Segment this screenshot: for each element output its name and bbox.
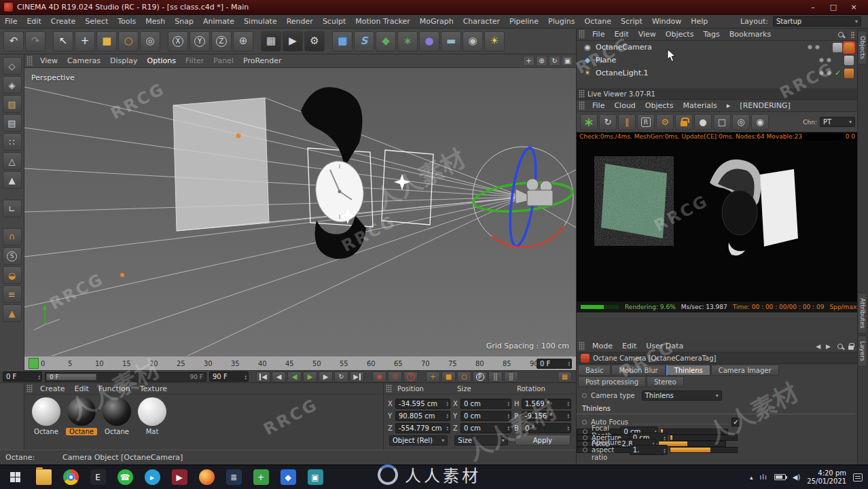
object-row[interactable]: ◆ Plane [577,54,858,67]
move-button[interactable]: + [75,31,95,52]
channel-dropdown[interactable]: PT▾ [820,117,855,127]
search-icon[interactable] [837,344,843,349]
position-field[interactable]: 90.805 cm ▴▾ [395,411,450,421]
maximize-button[interactable]: □ [823,1,844,14]
coordinate-mode-dropdown[interactable]: Object (Rel)▾ [389,435,448,446]
object-name[interactable]: OctaneLight.1 [596,69,648,77]
sep[interactable] [255,31,259,52]
size-field[interactable]: 0 cm ▴▾ [460,411,511,421]
snap-button[interactable]: ∪ [3,228,22,246]
chrome-icon[interactable] [57,465,84,489]
render-settings-button[interactable]: ⚙ [304,31,325,52]
menu-item[interactable]: Edit [22,17,46,26]
tray-chevron-icon[interactable]: ▴ [750,474,753,481]
menu-item[interactable]: MoGraph [415,17,458,26]
material-menu-item[interactable]: Create [35,384,70,393]
polygons-mode-button[interactable]: ▲ [3,171,22,189]
gap[interactable] [365,372,371,382]
menu-item[interactable]: Mesh [141,17,170,26]
play-reverse-button[interactable]: ◀ [287,372,302,382]
viewport-menu-item[interactable]: View [35,56,62,65]
octane-camera-tag-icon[interactable] [844,43,854,52]
history-forward-icon[interactable]: ▶ [823,343,833,350]
object-row[interactable]: ☀ OctaneLight.1 ✓ [577,67,858,79]
object-tag-icon[interactable] [844,56,854,65]
apply-button[interactable]: Apply [515,435,571,446]
size-field[interactable]: 0 cm ▴▾ [460,399,511,409]
object-manager-menu-item[interactable]: Objects [661,30,699,39]
object-tag-icon[interactable] [844,69,854,78]
deformer-button[interactable]: ● [419,31,439,52]
attribute-tab[interactable]: Thinlens [666,365,710,376]
menu-item[interactable]: Create [46,17,81,26]
make-editable-button[interactable]: ◇ [3,57,22,75]
panel-grip[interactable] [579,30,585,39]
panel-grip[interactable] [579,90,585,98]
play-forward-button[interactable]: ▶ [303,372,317,382]
object-manager-menu-item[interactable]: Bookmarks [725,30,776,39]
tray-clock[interactable]: 4:20 pm 25/01/2021 [807,469,846,486]
perspective-viewport[interactable]: ViewCamerasDisplayOptionsFilterPanelProR… [24,54,576,356]
rotation-field[interactable]: 0 ° ▴▾ [522,423,571,433]
render-visibility-dot[interactable] [827,71,831,75]
material-item[interactable]: Mat [134,397,170,435]
end-frame-field[interactable]: 90 F ▴▾ [209,372,249,382]
panel-grip[interactable] [26,384,33,393]
media-app-icon[interactable]: ▶ [166,465,193,489]
points-mode-button[interactable]: ∷ [3,133,22,151]
position-field[interactable]: -554.779 cm ▴▾ [395,423,450,433]
scale-button[interactable]: ■ [96,31,117,52]
menu-arrow-icon[interactable]: ▸ [722,101,736,110]
axis-mode-button[interactable]: ∟ [3,200,22,217]
attribute-tab[interactable]: Basic [578,365,611,376]
attribute-tab[interactable]: Motion Blur [611,365,665,376]
object-name[interactable]: Plane [596,56,616,65]
enable-check-icon[interactable]: ✓ [833,69,842,77]
editor-visibility-dot[interactable] [819,58,824,62]
camera-button[interactable]: ◉ [463,31,483,52]
object-manager-menu-item[interactable]: Edit [609,30,633,39]
render-visibility-dot[interactable] [827,58,831,62]
texture-picker-button[interactable]: □ [713,114,731,130]
menu-item[interactable]: Script [616,17,647,26]
octane-logo-icon[interactable]: ∗ [580,114,598,130]
sep[interactable] [326,31,331,52]
redo-button[interactable]: ↷ [25,31,46,52]
material-preview-sphere[interactable] [32,397,60,426]
focus-picker-button[interactable]: ◎ [732,114,750,130]
whatsapp-icon[interactable]: ☎ [111,465,139,489]
goto-end-button[interactable]: ▶ [350,372,364,382]
region-render-button[interactable]: R [637,114,655,130]
panel-tab[interactable]: Objects [858,31,867,65]
menu-item[interactable]: Octane [579,17,616,26]
viewport-canvas[interactable] [24,68,576,356]
history-back-icon[interactable]: ◀ [813,343,823,350]
object-name[interactable]: OctaneCamera [596,43,652,52]
pan-view-icon[interactable]: + [523,56,535,66]
reader-app-icon[interactable]: ≣ [220,465,247,489]
menu-item[interactable]: Character [458,17,505,26]
param-value-field[interactable]: 1. ▴▾ [630,445,668,455]
stepper-icon[interactable]: ▴▾ [662,448,666,453]
material-preview-sphere[interactable] [67,397,96,426]
action-center-icon[interactable] [853,473,863,482]
texture-mode-button[interactable]: ▨ [3,95,22,113]
menu-item[interactable]: Plugins [543,17,579,26]
gap[interactable] [419,372,424,382]
material-menu-item[interactable]: Edit [70,384,94,393]
rotation-key-button[interactable]: ○ [457,372,471,382]
subdivision-surface-button[interactable]: ◆ [376,31,396,52]
object-manager-menu-item[interactable]: Tags [698,30,724,39]
object-manager-menu-item[interactable]: File [587,30,609,39]
sep[interactable] [47,31,52,52]
material-picker-button[interactable]: ● [694,114,712,130]
param-slider[interactable] [670,447,738,453]
range-slider-handle[interactable]: 0 F [46,374,96,380]
mograph-button[interactable]: ∗ [397,31,418,52]
menu-item[interactable]: Select [80,17,113,26]
object-manager-menu-item[interactable]: View [634,30,661,39]
material-item[interactable]: Octane [99,397,134,435]
menu-item[interactable]: Snap [170,17,198,26]
current-frame-marker[interactable] [29,358,39,369]
keyframe-grid-button[interactable]: ⣿ [488,372,503,382]
